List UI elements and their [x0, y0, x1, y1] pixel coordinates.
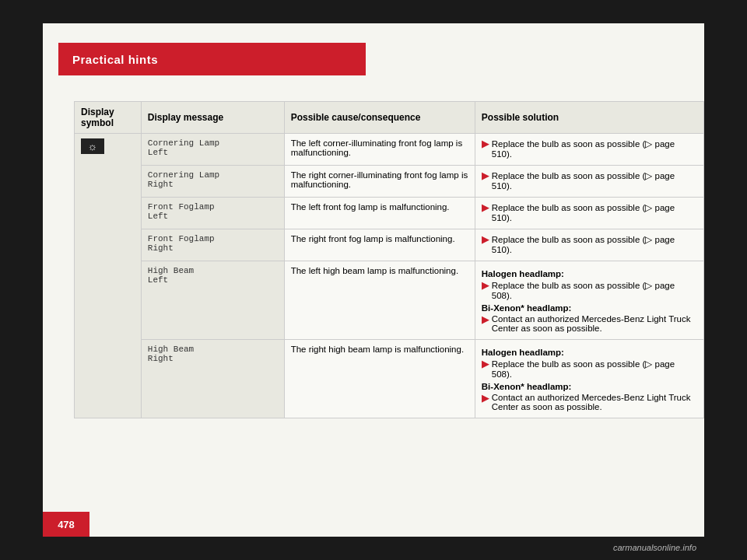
cause-cell-4: The right front fog lamp is malfunctioni… — [284, 229, 475, 261]
cause-cell-6: The right high beam lamp is malfunctioni… — [284, 340, 475, 418]
xenon-solution-5: Contact an authorized Mercedes-Benz Ligh… — [492, 314, 697, 333]
arrow-icon-5b: ▶ — [482, 314, 489, 325]
table-row: Front FoglampRight The right front fog l… — [75, 229, 704, 261]
solution-cell-1: ▶ Replace the bulb as soon as possible (… — [475, 134, 703, 166]
solution-cell-4: ▶ Replace the bulb as soon as possible (… — [475, 229, 703, 261]
solution-text-3: Replace the bulb as soon as possible (▷ … — [492, 202, 697, 222]
cause-cell-1: The left corner-illuminating front fog l… — [284, 134, 475, 166]
header-bar: Practical hints — [58, 43, 366, 75]
message-cell-6: High BeamRight — [141, 340, 284, 418]
col-solution: Possible solution — [475, 102, 703, 134]
halogen-solution-5: Replace the bulb as soon as possible (▷ … — [492, 280, 697, 300]
main-table-container: Display symbol Display message Possible … — [74, 101, 704, 418]
message-cell-5: High BeamLeft — [141, 261, 284, 340]
solution-cell-6: Halogen headlamp: ▶ Replace the bulb as … — [475, 340, 703, 418]
solution-text-1: Replace the bulb as soon as possible (▷ … — [492, 138, 697, 159]
xenon-label-5: Bi-Xenon* headlamp: — [482, 303, 697, 313]
page-title: Practical hints — [72, 53, 158, 66]
arrow-icon-1: ▶ — [482, 138, 489, 149]
arrow-icon-6b: ▶ — [482, 393, 489, 404]
solution-text-2: Replace the bulb as soon as possible (▷ … — [492, 170, 697, 191]
solution-cell-5: Halogen headlamp: ▶ Replace the bulb as … — [475, 261, 703, 340]
table-row: ☼ Cornering LampLeft The left corner-ill… — [75, 134, 704, 166]
arrow-icon-5a: ▶ — [482, 280, 489, 291]
table-row: Front FoglampLeft The left front fog lam… — [75, 198, 704, 229]
lamp-symbol-icon: ☼ — [81, 138, 104, 154]
table-row: High BeamLeft The left high beam lamp is… — [75, 261, 704, 340]
arrow-icon-4: ▶ — [482, 234, 489, 245]
message-cell-4: Front FoglampRight — [141, 229, 284, 261]
halogen-label-5: Halogen headlamp: — [482, 269, 697, 278]
col-symbol: Display symbol — [75, 102, 142, 134]
arrow-icon-2: ▶ — [482, 170, 489, 181]
halogen-solution-6: Replace the bulb as soon as possible (▷ … — [492, 359, 697, 379]
message-cell-2: Cornering LampRight — [141, 166, 284, 198]
halogen-label-6: Halogen headlamp: — [482, 348, 697, 357]
message-cell-1: Cornering LampLeft — [141, 134, 284, 166]
solution-cell-3: ▶ Replace the bulb as soon as possible (… — [475, 198, 703, 229]
solution-text-4: Replace the bulb as soon as possible (▷ … — [492, 234, 697, 254]
xenon-label-6: Bi-Xenon* headlamp: — [482, 382, 697, 391]
symbol-cell: ☼ — [75, 134, 142, 418]
page-number: 478 — [58, 519, 75, 530]
cause-cell-5: The left high beam lamp is malfunctionin… — [284, 261, 475, 340]
table-row: Cornering LampRight The right corner-ill… — [75, 166, 704, 198]
solution-cell-2: ▶ Replace the bulb as soon as possible (… — [475, 166, 703, 198]
cause-cell-3: The left front fog lamp is malfunctionin… — [284, 198, 475, 229]
display-table: Display symbol Display message Possible … — [74, 101, 704, 418]
message-cell-3: Front FoglampLeft — [141, 198, 284, 229]
cause-cell-2: The right corner-illuminating front fog … — [284, 166, 475, 198]
col-cause: Possible cause/consequence — [284, 102, 475, 134]
xenon-solution-6: Contact an authorized Mercedes-Benz Ligh… — [492, 393, 697, 411]
page-number-badge: 478 — [43, 512, 89, 537]
watermark: carmanualsonline.info — [613, 543, 696, 552]
arrow-icon-6a: ▶ — [482, 359, 489, 369]
col-message: Display message — [141, 102, 284, 134]
table-row: High BeamRight The right high beam lamp … — [75, 340, 704, 418]
arrow-icon-3: ▶ — [482, 202, 489, 213]
